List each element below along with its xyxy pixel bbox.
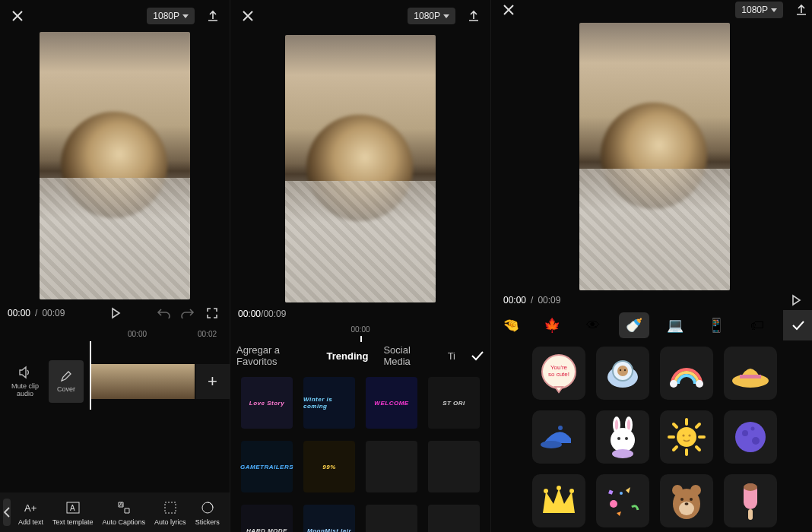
template-gametrailers[interactable]: GAMETRAILERS — [241, 441, 293, 492]
play-icon — [790, 294, 802, 306]
sticker-cap[interactable] — [532, 410, 585, 464]
resolution-label: 1080P — [741, 5, 768, 15]
template-gold-badge[interactable]: 99% — [303, 441, 355, 492]
sticker-astro-bear[interactable] — [596, 347, 649, 400]
template-welcome[interactable]: WELCOME — [366, 377, 417, 429]
svg-line-36 — [674, 447, 677, 450]
template-tabs: Agregar a Favoritos Trending Social Medi… — [230, 340, 490, 371]
sticker-rainbow[interactable] — [660, 347, 713, 400]
template-helmet[interactable] — [366, 441, 417, 492]
close-button[interactable] — [499, 0, 519, 20]
sticker-category-baby[interactable]: 🍼 — [619, 312, 649, 338]
back-button[interactable] — [3, 499, 11, 526]
video-preview[interactable] — [40, 32, 190, 299]
panel-editor-main: 1080P 00:00 / 00:09 00:00 00:02 00:04 — [0, 0, 230, 532]
svg-text:so cute!: so cute! — [548, 371, 569, 378]
resolution-selector[interactable]: 1080P — [735, 2, 783, 18]
add-clip-button[interactable]: + — [195, 364, 230, 399]
sticker-sun-hat[interactable] — [724, 347, 777, 400]
tool-stickers[interactable]: Stickers — [191, 499, 224, 526]
clip-thumb[interactable] — [125, 364, 160, 399]
resolution-label: 1080P — [414, 11, 440, 21]
play-button[interactable] — [106, 303, 125, 323]
svg-point-14 — [670, 380, 677, 388]
sticker-category-tag[interactable]: 🏷 — [742, 312, 772, 338]
pencil-icon — [60, 370, 72, 382]
tab-social[interactable]: Social Media — [383, 344, 432, 367]
video-preview[interactable] — [285, 35, 436, 302]
resolution-selector[interactable]: 1080P — [408, 8, 455, 24]
cover-button[interactable]: Cover — [49, 360, 84, 403]
sticker-bunny[interactable] — [596, 410, 649, 464]
video-preview[interactable] — [579, 23, 730, 290]
svg-text:A: A — [70, 504, 75, 512]
export-button[interactable] — [792, 1, 810, 19]
close-button[interactable] — [238, 6, 258, 26]
topbar: 1080P — [491, 0, 812, 20]
timeline-ruler[interactable]: 00:00 00:02 00:04 — [0, 327, 230, 340]
sticker-bear[interactable] — [660, 474, 713, 527]
svg-point-18 — [541, 441, 562, 448]
tab-ti[interactable]: Ti — [448, 350, 455, 362]
svg-line-34 — [696, 447, 699, 450]
sticker-category-device[interactable]: 💻 — [660, 312, 690, 338]
clip-thumbnails[interactable]: + — [90, 364, 230, 399]
sticker-confetti[interactable] — [596, 474, 649, 527]
play-button[interactable] — [786, 290, 806, 310]
tool-add-text[interactable]: A+Add text — [14, 499, 48, 526]
svg-point-27 — [612, 449, 633, 458]
sticker-planet[interactable] — [724, 410, 777, 464]
template-winter-coming[interactable]: Winter is coming — [303, 377, 355, 429]
sticker-category-leaf[interactable]: 🍁 — [537, 312, 567, 338]
fullscreen-button[interactable] — [202, 303, 222, 323]
undo-icon — [157, 308, 170, 318]
sticker-crown[interactable] — [532, 474, 585, 527]
template-hardmode[interactable]: HARD MODE — [241, 505, 293, 532]
confirm-button[interactable] — [783, 310, 812, 340]
close-icon — [503, 4, 515, 16]
template-blank1[interactable] — [366, 505, 417, 532]
template-blank2[interactable] — [428, 505, 480, 532]
time-sep: / — [531, 295, 533, 306]
sticker-sun[interactable] — [660, 410, 713, 464]
bottom-toolbar: A+Add text AText template AAuto Captions… — [0, 492, 230, 532]
svg-point-42 — [751, 427, 755, 431]
template-love-story[interactable]: Love Story — [241, 377, 293, 429]
tool-draw[interactable]: Dra — [224, 499, 230, 526]
svg-point-53 — [680, 498, 684, 501]
export-button[interactable] — [465, 7, 483, 25]
svg-point-46 — [610, 500, 617, 508]
template-grid: Love StoryWinter is comingWELCOMEST ORIG… — [230, 371, 490, 532]
tool-text-template[interactable]: AText template — [48, 499, 98, 526]
preview-zone — [491, 23, 812, 290]
text-icon: A+ — [24, 500, 39, 515]
svg-point-38 — [688, 434, 690, 436]
template-magnify[interactable] — [428, 441, 480, 492]
template-moonmist[interactable]: MoonMist lair — [303, 505, 355, 532]
svg-rect-48 — [608, 489, 613, 494]
redo-button[interactable] — [178, 303, 198, 323]
sticker-cute-bubble[interactable]: You'reso cute! — [532, 347, 585, 400]
total-time: 00:09 — [263, 309, 286, 319]
timebar: 00:00 / 00:09 — [491, 290, 812, 310]
mini-ruler[interactable]: 00:00 — [230, 325, 490, 340]
confirm-button[interactable] — [471, 350, 484, 361]
undo-button[interactable] — [154, 303, 173, 323]
clip-thumb[interactable] — [160, 364, 195, 399]
close-button[interactable] — [8, 6, 27, 26]
clip-thumb[interactable] — [90, 364, 125, 399]
export-button[interactable] — [204, 7, 222, 25]
tab-trending[interactable]: Trending — [327, 350, 369, 362]
resolution-selector[interactable]: 1080P — [147, 8, 195, 24]
template-stori[interactable]: ST ORI — [428, 377, 480, 429]
sticker-category-phone[interactable]: 📱 — [701, 312, 731, 338]
sticker-category-hand[interactable]: 🤏 — [496, 312, 526, 338]
playhead[interactable] — [90, 341, 91, 410]
mute-clip-button[interactable]: Mute clip audio — [8, 360, 43, 403]
sticker-popsicle[interactable] — [724, 474, 777, 527]
tool-auto-captions[interactable]: AAuto Captions — [98, 499, 151, 526]
tab-favorites[interactable]: Agregar a Favoritos — [236, 344, 312, 367]
sticker-category-eye[interactable]: 👁 — [578, 312, 608, 338]
timeline[interactable]: Mute clip audio Cover + — [0, 340, 230, 423]
tool-auto-lyrics[interactable]: Auto lyrics — [150, 499, 191, 526]
